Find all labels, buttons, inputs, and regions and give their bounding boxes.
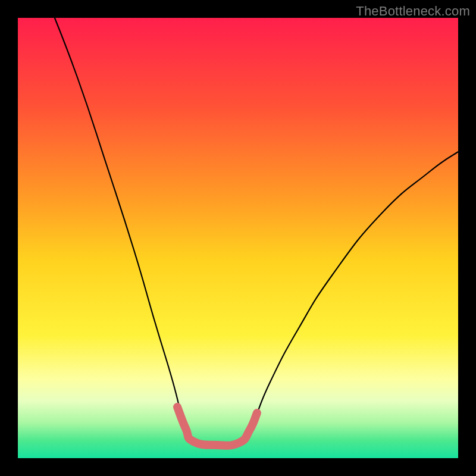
bottleneck-chart	[0, 0, 476, 476]
plot-background	[18, 18, 458, 458]
chart-frame: TheBottleneck.com	[0, 0, 476, 476]
watermark-text: TheBottleneck.com	[356, 4, 470, 19]
